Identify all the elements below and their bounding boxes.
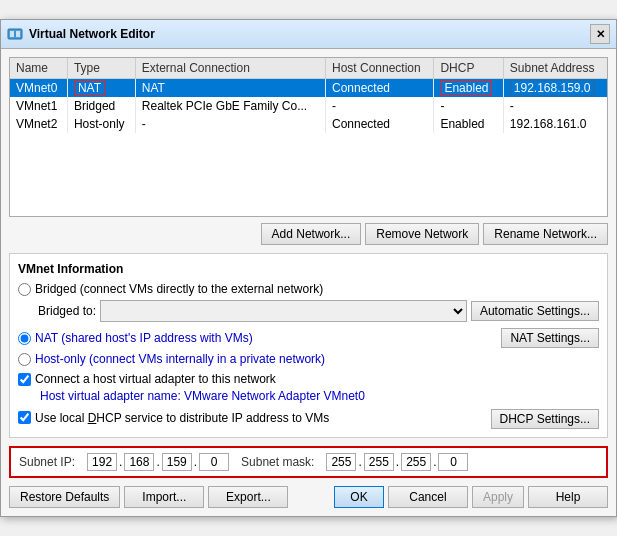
subnet-ip-label: Subnet IP: xyxy=(19,455,75,469)
col-name: Name xyxy=(10,58,67,79)
svg-rect-2 xyxy=(16,31,20,37)
connect-adapter-label[interactable]: Connect a host virtual adapter to this n… xyxy=(35,372,276,386)
col-type: Type xyxy=(67,58,135,79)
network-action-buttons: Add Network... Remove Network Rename Net… xyxy=(9,223,608,245)
cell-subnet: - xyxy=(503,97,607,115)
host-only-radio-item[interactable]: Host-only (connect VMs internally in a p… xyxy=(18,352,599,366)
cell-external: Realtek PCIe GbE Family Co... xyxy=(135,97,325,115)
subnet-ip-4[interactable] xyxy=(199,453,229,471)
bridged-radio-item[interactable]: Bridged (connect VMs directly to the ext… xyxy=(18,282,599,296)
nat-radio[interactable] xyxy=(18,332,31,345)
subnet-mask-2[interactable] xyxy=(364,453,394,471)
dhcp-label[interactable]: Use local DHCP service to distribute IP … xyxy=(35,411,329,425)
network-table-container: Name Type External Connection Host Conne… xyxy=(9,57,608,217)
cell-dhcp: Enabled xyxy=(434,79,503,98)
adapter-name-row: Host virtual adapter name: VMware Networ… xyxy=(18,389,599,403)
bridged-to-row: Bridged to: Automatic Settings... xyxy=(18,300,599,322)
cell-name: VMnet0 xyxy=(10,79,67,98)
restore-defaults-button[interactable]: Restore Defaults xyxy=(9,486,120,508)
cell-name: VMnet2 xyxy=(10,115,67,133)
subnet-ip-3[interactable] xyxy=(162,453,192,471)
subnet-ip-1[interactable] xyxy=(87,453,117,471)
dhcp-settings-button[interactable]: DHCP Settings... xyxy=(491,409,599,429)
cell-dhcp: - xyxy=(434,97,503,115)
table-row[interactable]: VMnet1BridgedRealtek PCIe GbE Family Co.… xyxy=(10,97,607,115)
dhcp-checkbox[interactable] xyxy=(18,411,31,424)
bridged-label[interactable]: Bridged (connect VMs directly to the ext… xyxy=(35,282,323,296)
bridged-to-select[interactable] xyxy=(100,300,467,322)
cell-host-connection: - xyxy=(326,97,434,115)
svg-rect-1 xyxy=(10,31,14,37)
nat-label[interactable]: NAT (shared host's IP address with VMs) xyxy=(35,331,253,345)
cell-external: NAT xyxy=(135,79,325,98)
app-icon xyxy=(7,26,23,42)
cancel-button[interactable]: Cancel xyxy=(388,486,468,508)
cell-subnet: 192.168.159.0 xyxy=(503,79,607,98)
rename-network-button[interactable]: Rename Network... xyxy=(483,223,608,245)
table-row[interactable]: VMnet0NATNATConnectedEnabled192.168.159.… xyxy=(10,79,607,98)
cell-type: Host-only xyxy=(67,115,135,133)
auto-settings-button[interactable]: Automatic Settings... xyxy=(471,301,599,321)
close-button[interactable]: ✕ xyxy=(590,24,610,44)
cell-external: - xyxy=(135,115,325,133)
vmnet-info-panel: VMnet Information Bridged (connect VMs d… xyxy=(9,253,608,438)
nat-radio-item[interactable]: NAT (shared host's IP address with VMs) … xyxy=(18,328,599,348)
subnet-mask-1[interactable] xyxy=(326,453,356,471)
help-button[interactable]: Help xyxy=(528,486,608,508)
table-header-row: Name Type External Connection Host Conne… xyxy=(10,58,607,79)
bridged-to-label: Bridged to: xyxy=(38,304,96,318)
cell-type: NAT xyxy=(67,79,135,98)
footer-buttons: Restore Defaults Import... Export... OK … xyxy=(9,486,608,508)
cell-subnet: 192.168.161.0 xyxy=(503,115,607,133)
host-only-label[interactable]: Host-only (connect VMs internally in a p… xyxy=(35,352,325,366)
apply-button[interactable]: Apply xyxy=(472,486,524,508)
virtual-network-editor-window: Virtual Network Editor ✕ Name Type Exter… xyxy=(0,19,617,517)
subnet-ip-inputs: . . . xyxy=(87,453,229,471)
col-host: Host Connection xyxy=(326,58,434,79)
host-only-radio[interactable] xyxy=(18,353,31,366)
subnet-mask-3[interactable] xyxy=(401,453,431,471)
ok-button[interactable]: OK xyxy=(334,486,384,508)
cell-name: VMnet1 xyxy=(10,97,67,115)
subnet-row: Subnet IP: . . . Subnet mask: . . . xyxy=(9,446,608,478)
connect-adapter-checkbox-item[interactable]: Connect a host virtual adapter to this n… xyxy=(18,372,599,386)
import-button[interactable]: Import... xyxy=(124,486,204,508)
export-button[interactable]: Export... xyxy=(208,486,288,508)
remove-network-button[interactable]: Remove Network xyxy=(365,223,479,245)
cell-host-connection: Connected xyxy=(326,115,434,133)
col-external: External Connection xyxy=(135,58,325,79)
vmnet-info-title: VMnet Information xyxy=(18,262,599,276)
col-subnet: Subnet Address xyxy=(503,58,607,79)
title-bar-text: Virtual Network Editor xyxy=(29,27,590,41)
nat-settings-button[interactable]: NAT Settings... xyxy=(501,328,599,348)
dhcp-checkbox-item[interactable]: Use local DHCP service to distribute IP … xyxy=(18,411,487,425)
title-bar: Virtual Network Editor ✕ xyxy=(1,20,616,49)
cell-dhcp: Enabled xyxy=(434,115,503,133)
dhcp-row: Use local DHCP service to distribute IP … xyxy=(18,409,599,429)
connect-adapter-checkbox[interactable] xyxy=(18,373,31,386)
subnet-ip-2[interactable] xyxy=(124,453,154,471)
cell-host-connection: Connected xyxy=(326,79,434,98)
table-row[interactable]: VMnet2Host-only-ConnectedEnabled192.168.… xyxy=(10,115,607,133)
network-table: Name Type External Connection Host Conne… xyxy=(10,58,607,133)
subnet-mask-label: Subnet mask: xyxy=(241,455,314,469)
add-network-button[interactable]: Add Network... xyxy=(261,223,362,245)
cell-type: Bridged xyxy=(67,97,135,115)
col-dhcp: DHCP xyxy=(434,58,503,79)
subnet-mask-inputs: . . . xyxy=(326,453,468,471)
bridged-radio[interactable] xyxy=(18,283,31,296)
subnet-mask-4[interactable] xyxy=(438,453,468,471)
